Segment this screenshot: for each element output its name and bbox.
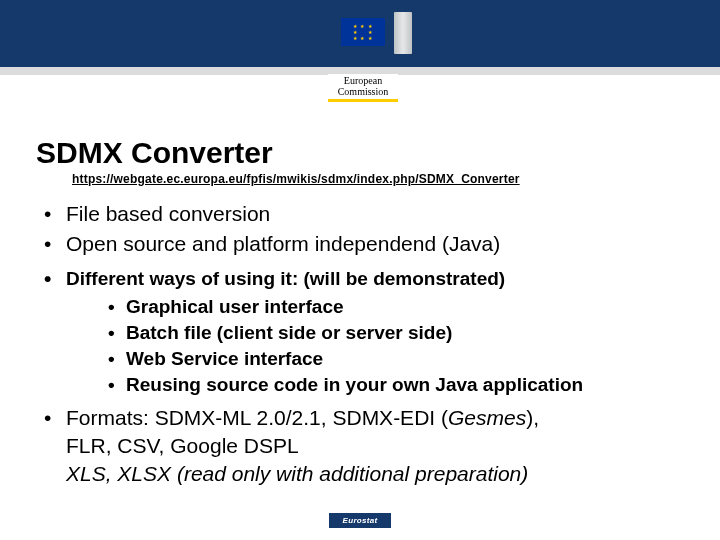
logo-underline — [328, 99, 398, 102]
formats-line3: XLS, XLSX (read only with additional pre… — [66, 460, 684, 488]
slide-title: SDMX Converter — [36, 136, 684, 170]
source-link[interactable]: https://webgate.ec.europa.eu/fpfis/mwiki… — [72, 172, 684, 186]
ec-logo: ★ ★ ★★ ★★ ★ ★ European Commission — [328, 18, 398, 76]
footer-badge: Eurostat — [329, 513, 392, 528]
content: SDMX Converter https://webgate.ec.europa… — [0, 136, 720, 490]
bullet-text: File based conversion — [66, 202, 270, 225]
eu-flag-icon: ★ ★ ★★ ★★ ★ ★ — [341, 18, 385, 46]
sub-bullet-text: Batch file (client side or server side) — [126, 322, 452, 343]
logo-line2: Commission — [338, 86, 389, 97]
sub-bullet-text: Graphical user interface — [126, 296, 344, 317]
sub-bullet-item: Graphical user interface — [104, 294, 684, 320]
bullet-list: File based conversion Open source and pl… — [36, 200, 684, 488]
logo-building-icon — [394, 12, 412, 54]
bullet-item: Different ways of using it: (will be dem… — [36, 266, 684, 398]
formats-line1: Formats: SDMX-ML 2.0/2.1, SDMX-EDI (Gesm… — [66, 406, 539, 429]
sub-bullet-item: Reusing source code in your own Java app… — [104, 372, 684, 398]
logo-line1: European — [344, 75, 382, 86]
bullet-item: Open source and platform independend (Ja… — [36, 230, 684, 258]
bullet-text: Open source and platform independend (Ja… — [66, 232, 500, 255]
footer: Eurostat — [0, 509, 720, 528]
slide: ★ ★ ★★ ★★ ★ ★ European Commission SDMX C… — [0, 0, 720, 540]
gesmes-emph: Gesmes — [448, 406, 526, 429]
eu-stars-icon: ★ ★ ★★ ★★ ★ ★ — [353, 23, 373, 41]
header-bar: ★ ★ ★★ ★★ ★ ★ European Commission — [0, 0, 720, 75]
bullet-text: Different ways of using it: (will be dem… — [66, 268, 505, 289]
sub-bullet-text: Reusing source code in your own Java app… — [126, 374, 583, 395]
sub-bullet-text: Web Service interface — [126, 348, 323, 369]
sub-bullet-item: Batch file (client side or server side) — [104, 320, 684, 346]
formats-line2: FLR, CSV, Google DSPL — [66, 432, 684, 460]
bullet-item: File based conversion — [36, 200, 684, 228]
logo-text: European Commission — [328, 74, 398, 97]
sub-bullet-list: Graphical user interface Batch file (cli… — [66, 294, 684, 398]
bullet-item: Formats: SDMX-ML 2.0/2.1, SDMX-EDI (Gesm… — [36, 404, 684, 488]
sub-bullet-item: Web Service interface — [104, 346, 684, 372]
